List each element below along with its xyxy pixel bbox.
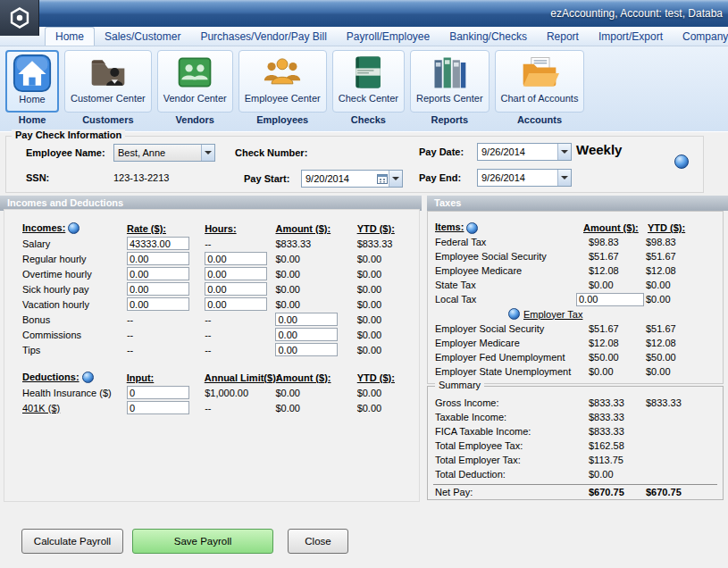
toolbar-button-vendor-center[interactable]: Vendor CenterVendors — [157, 50, 233, 125]
pay-date-dropdown-arrow-icon[interactable] — [557, 144, 571, 160]
rate-input-sick-hourly-pay[interactable] — [127, 282, 189, 296]
pay-end-dropdown[interactable]: 9/26/2014 — [477, 169, 572, 187]
toolbar-tile-reports-center[interactable]: Reports Center — [410, 50, 490, 113]
menu-bar: HomeSales/CustomerPurchases/Vendor/Pay B… — [0, 27, 728, 46]
customer-center-icon — [88, 53, 128, 92]
pay-start-datepicker[interactable]: 9/20/2014 — [301, 170, 403, 188]
deduction-row-health-insurance: Health Insurance ($)$1,000.00$0.00$0.00 — [4, 385, 419, 400]
toolbar-tile-employee-center[interactable]: Employee Center — [238, 50, 327, 113]
incomes-help-globe-icon[interactable] — [68, 222, 79, 234]
taxes-help-globe-icon[interactable] — [466, 222, 478, 234]
summary-row-total-employer-tax: Total Employer Tax:$113.75 — [428, 453, 723, 467]
save-payroll-button[interactable]: Save Payroll — [132, 529, 273, 554]
summary-label: Total Employer Tax: — [435, 455, 589, 465]
deduction-input-401k[interactable] — [127, 401, 189, 414]
pay-date-value: 9/26/2014 — [478, 146, 557, 157]
toolbar-group-caption: Accounts — [517, 114, 562, 125]
tax-row-federal-tax: Federal Tax$98.83$98.83 — [428, 235, 723, 249]
menu-item-banking-checks[interactable]: Banking/Checks — [439, 28, 537, 46]
toolbar-button-employee-center[interactable]: Employee CenterEmployees — [238, 50, 327, 125]
tax-amount-value: $51.67 — [589, 323, 619, 334]
toolbar-group-caption: Home — [19, 114, 46, 125]
rate-input-vacation-hourly[interactable] — [127, 297, 189, 311]
toolbar-tile-home[interactable]: Home — [5, 50, 59, 113]
toolbar-button-customer-center[interactable]: Customer CenterCustomers — [64, 50, 152, 125]
pay-start-label: Pay Start: — [244, 173, 289, 184]
local-tax-input[interactable] — [576, 293, 644, 306]
deduction-label: 401K ($) — [22, 403, 60, 413]
tax-ytd-value: $0.00 — [646, 366, 671, 377]
calendar-icon[interactable] — [375, 173, 389, 184]
income-label: Salary — [22, 238, 50, 249]
rate-input-salary[interactable] — [127, 237, 189, 250]
rate-input-overtime-hourly[interactable] — [127, 267, 189, 280]
income-label: Sick hourly pay — [22, 284, 89, 295]
tax-ytd-value: $12.08 — [646, 338, 676, 348]
deduction-label: Health Insurance ($) — [22, 388, 112, 398]
deductions-help-globe-icon[interactable] — [82, 372, 94, 383]
close-button[interactable]: Close — [288, 529, 348, 554]
hours-value: -- — [205, 345, 211, 355]
menu-item-payroll-employee[interactable]: Payroll/Employee — [337, 28, 439, 46]
rate-value: -- — [127, 330, 133, 340]
rate-input-regular-hourly[interactable] — [127, 252, 189, 265]
hours-input-vacation-hourly[interactable] — [205, 297, 267, 311]
toolbar-tile-chart-of-accounts[interactable]: Chart of Accounts — [495, 50, 585, 113]
tax-amount-value: $0.00 — [589, 280, 614, 290]
amount-value: $833.33 — [275, 238, 311, 249]
pay-date-dropdown[interactable]: 9/26/2014 — [477, 143, 572, 161]
tax-label: Employer Medicare — [435, 338, 589, 348]
tax-amount-value: $50.00 — [589, 352, 619, 363]
taxes-panel: Items: Amount ($): YTD ($): Federal Tax$… — [427, 211, 724, 384]
employer-tax-help-globe-icon[interactable] — [508, 308, 520, 320]
amount-input-commissions[interactable] — [275, 328, 338, 341]
employee-name-dropdown-arrow-icon[interactable] — [201, 145, 214, 161]
menu-item-report[interactable]: Report — [537, 28, 589, 46]
tax-label: Federal Tax — [435, 237, 589, 247]
toolbar-button-reports-center[interactable]: Reports CenterReports — [410, 50, 490, 125]
pay-end-dropdown-arrow-icon[interactable] — [557, 170, 571, 186]
toolbar-button-chart-of-accounts[interactable]: Chart of AccountsAccounts — [495, 50, 585, 125]
hours-input-sick-hourly-pay[interactable] — [205, 282, 267, 296]
tax-amount-value: $12.08 — [589, 338, 619, 348]
toolbar-button-check-center[interactable]: Check CenterChecks — [332, 50, 405, 125]
toolbar-tile-customer-center[interactable]: Customer Center — [64, 50, 152, 113]
deduction-input-health-insurance[interactable] — [127, 386, 189, 399]
incomes-header-row: Incomes: Rate ($): Hours: Amount ($): YT… — [4, 221, 419, 236]
ssn-value: 123-13-2213 — [113, 172, 169, 183]
menu-item-import-export[interactable]: Import/Export — [589, 28, 673, 46]
check-number-label: Check Number: — [235, 147, 307, 158]
employee-name-dropdown[interactable]: Best, Anne — [113, 144, 215, 162]
toolbar-group-caption: Reports — [431, 114, 468, 125]
income-label: Commissions — [22, 330, 81, 340]
hours-input-regular-hourly[interactable] — [205, 252, 267, 265]
menu-item-home[interactable]: Home — [45, 27, 95, 46]
employee-name-label: Employee Name: — [26, 147, 105, 158]
hours-input-overtime-hourly[interactable] — [205, 267, 267, 280]
input-column-header: Input: — [127, 372, 155, 383]
summary-value: $833.33 — [589, 412, 646, 422]
summary-ytd-value: $670.75 — [646, 487, 708, 497]
calculate-payroll-button[interactable]: Calculate Payroll — [21, 529, 123, 554]
amount-column-header: Amount ($): — [275, 223, 331, 234]
menu-item-purchases-vendor-pay-bill[interactable]: Purchases/Vendor/Pay Bill — [190, 28, 336, 46]
toolbar-tile-vendor-center[interactable]: Vendor Center — [157, 50, 233, 113]
deduction-ytd-value: $0.00 — [357, 388, 382, 398]
tax-ytd-value: $0.00 — [646, 280, 671, 290]
amount-input-bonus[interactable] — [275, 313, 338, 326]
income-row-overtime-hourly: Overtime hourly$0.00$0.00 — [4, 266, 419, 281]
app-logo-button[interactable] — [0, 0, 39, 36]
menu-item-company[interactable]: Company — [673, 28, 728, 46]
toolbar-button-label: Customer Center — [71, 93, 146, 104]
income-label: Overtime hourly — [22, 269, 92, 280]
toolbar-button-home[interactable]: HomeHome — [5, 50, 59, 125]
paycheck-help-globe-icon[interactable] — [674, 155, 689, 169]
toolbar-tile-check-center[interactable]: Check Center — [332, 50, 405, 113]
summary-row-gross-income: Gross Income:$833.33$833.33 — [428, 396, 723, 410]
menu-item-sales-customer[interactable]: Sales/Customer — [95, 28, 190, 46]
income-row-commissions: Commissions----$0.00 — [4, 327, 419, 342]
pay-start-dropdown-arrow-icon[interactable] — [389, 171, 402, 187]
tax-label: State Tax — [435, 280, 589, 290]
amount-input-tips[interactable] — [275, 343, 338, 356]
deduction-amount-value: $0.00 — [275, 403, 300, 413]
